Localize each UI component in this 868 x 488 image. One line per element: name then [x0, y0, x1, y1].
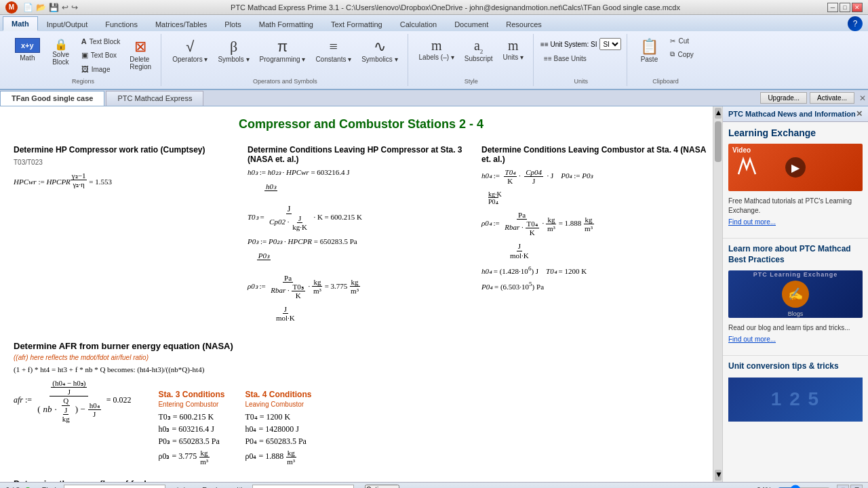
- blogs-label: Blogs: [788, 310, 804, 317]
- delete-region-button[interactable]: ⊠ DeleteRegion: [125, 35, 155, 75]
- window-title: PTC Mathcad Express Prime 3.1 - C:\Users…: [83, 3, 827, 12]
- math-button[interactable]: x+y Math: [11, 35, 44, 75]
- clipboard-group-label: Clipboard: [652, 75, 679, 85]
- sta3-rho03: ρ0₃ = 3.775 kgm³: [158, 449, 224, 466]
- tab-mathformatting[interactable]: Math Formatting: [250, 16, 322, 31]
- sta3-h03: h0₃ = 603216.4 J: [158, 424, 224, 434]
- mathcad-logo: [735, 154, 759, 178]
- afr-frac: afr := (h0₄ − h0₃)J (nb · QJkg ) − h: [14, 379, 131, 422]
- sqrt-icon: √: [186, 38, 194, 56]
- text-block-button[interactable]: AText Block: [78, 35, 124, 47]
- operators-button[interactable]: √ Operators ▾: [168, 35, 212, 66]
- doc-tab-ptc[interactable]: PTC Mathcad Express: [106, 91, 203, 106]
- window-controls[interactable]: ─ □ ✕: [827, 3, 863, 12]
- learning-exchange-link[interactable]: Find out more...: [728, 218, 863, 226]
- find-prev-button[interactable]: ◀: [171, 485, 178, 489]
- blog-icon: ✍: [782, 281, 809, 308]
- qa-open-icon[interactable]: 📂: [36, 3, 46, 12]
- subscript-label: Subscript: [465, 55, 493, 62]
- col2-eq1: h0₃ := h0₂₃ · HPCwr = 603216.4 J: [248, 168, 475, 177]
- conditions-boxes: Sta. 3 Conditions Entering Combustor T0₃…: [158, 390, 311, 468]
- tab-inputoutput[interactable]: Input/Output: [38, 16, 97, 31]
- symbolics-label: Symbolics ▾: [361, 56, 397, 63]
- sta4-h04: h0₄ = 1428000 J: [245, 424, 311, 434]
- best-practices-link[interactable]: Find out more...: [728, 336, 863, 343]
- sta4-rho04: ρ0₄ = 1.888 kgm³: [245, 449, 311, 466]
- col2-eq2: h0₃: [261, 182, 475, 199]
- qa-new-icon[interactable]: 📄: [23, 3, 33, 12]
- blog-thumbnail[interactable]: PTC Learning Exchange ✍ Blogs: [728, 270, 863, 318]
- minimize-button[interactable]: ─: [827, 3, 838, 12]
- ribbon: Math Input/Output Functions Matrices/Tab…: [0, 15, 868, 90]
- tab-math[interactable]: Math: [3, 16, 38, 31]
- small-region-buttons: AText Block ▣Text Box 🖼Image: [78, 35, 124, 75]
- find-input[interactable]: [64, 485, 165, 489]
- scrollbar[interactable]: ▲ ▼: [713, 106, 722, 482]
- tab-textformatting[interactable]: Text Formatting: [322, 16, 391, 31]
- close-button[interactable]: ✕: [852, 3, 863, 12]
- cut-button[interactable]: ✂Cut: [667, 35, 696, 47]
- maximize-button[interactable]: □: [840, 3, 850, 12]
- symbolics-button[interactable]: ∿ Symbolics ▾: [357, 35, 401, 66]
- scrollbar-down[interactable]: ▼: [715, 470, 722, 481]
- col2-title: Determine Conditions Leaving HP Compress…: [248, 145, 475, 164]
- replace-input[interactable]: [252, 485, 354, 489]
- column-2: Determine Conditions Leaving HP Compress…: [248, 145, 475, 327]
- math-label: Math: [20, 54, 35, 62]
- view-list-button[interactable]: ☰: [850, 485, 863, 489]
- sta3-t03: T0₃ = 600.215 K: [158, 412, 224, 422]
- constants-button[interactable]: ≡ Constants ▾: [311, 35, 355, 66]
- help-button[interactable]: ?: [848, 16, 863, 31]
- sidebar-close-button[interactable]: ✕: [856, 109, 863, 119]
- labels-button[interactable]: m Labels (–) ▾: [415, 35, 458, 65]
- tab-close-button[interactable]: ✕: [857, 93, 868, 104]
- style-buttons: m Labels (–) ▾ a2 Subscript m Units ▾: [415, 35, 528, 65]
- copy-button[interactable]: ⧉Copy: [667, 48, 696, 60]
- scrollbar-thumb[interactable]: [715, 121, 722, 162]
- doc-tab-tfan[interactable]: TFan Good single case: [0, 91, 104, 106]
- base-units-button[interactable]: ≡≡ Base Units: [540, 53, 621, 64]
- sta3-conditions: Sta. 3 Conditions Entering Combustor T0₃…: [158, 390, 224, 468]
- column-1: Determine HP Compressor work ratio (Cump…: [14, 145, 241, 327]
- image-button[interactable]: 🖼Image: [78, 63, 124, 75]
- programming-label: Programming ▾: [260, 56, 306, 63]
- video-thumbnail[interactable]: Video ▶: [728, 144, 863, 191]
- tab-resources[interactable]: Resources: [497, 16, 551, 31]
- page-indicator: 6 / 8: [5, 486, 20, 489]
- options-button[interactable]: Options ▼: [365, 485, 399, 488]
- paste-button[interactable]: 📋 Paste: [634, 35, 664, 66]
- tab-plots[interactable]: Plots: [216, 16, 250, 31]
- qa-undo-icon[interactable]: ↩: [62, 3, 68, 12]
- tab-functions[interactable]: Functions: [96, 16, 146, 31]
- afr-note: ((afr) here reflects the mdot/fdot air/f…: [14, 354, 709, 361]
- col3-p04: P0₄ = (6.503·105) Pa: [481, 281, 709, 291]
- qa-redo-icon[interactable]: ↪: [71, 3, 78, 12]
- programming-button[interactable]: π Programming ▾: [256, 35, 310, 66]
- tab-document[interactable]: Document: [446, 16, 497, 31]
- text-box-button[interactable]: ▣Text Box: [78, 49, 124, 62]
- tab-matrices[interactable]: Matrices/Tables: [146, 16, 216, 31]
- sta4-t04: T0₄ = 1200 K: [245, 412, 311, 422]
- find-next-button[interactable]: ▶: [184, 485, 191, 489]
- regions-buttons: x+y Math 🔒 SolveBlock AText Block ▣Text …: [11, 35, 155, 75]
- document-scroll[interactable]: Compressor and Combustor Stations 2 - 4 …: [0, 106, 722, 482]
- scrollbar-up[interactable]: ▲: [715, 108, 722, 119]
- symbolics-icon: ∿: [374, 38, 386, 56]
- upgrade-button[interactable]: Upgrade...: [760, 92, 807, 104]
- app-logo: M: [5, 1, 18, 14]
- units-icon: m: [508, 38, 519, 54]
- qa-save-icon[interactable]: 💾: [49, 3, 59, 12]
- tab-calculation[interactable]: Calculation: [391, 16, 446, 31]
- document-area: ▲ ▼ Compressor and Combustor Stations 2 …: [0, 106, 722, 482]
- unit-system-label: ≡≡ Unit System: SI: [540, 41, 597, 48]
- view-grid-button[interactable]: ⊞: [837, 485, 849, 489]
- solve-block-button[interactable]: 🔒 SolveBlock: [46, 35, 76, 75]
- symbols-button[interactable]: β Symbols ▾: [214, 35, 253, 66]
- units-button[interactable]: m Units ▾: [499, 35, 528, 65]
- subscript-button[interactable]: a2 Subscript: [460, 35, 497, 65]
- ribbon-group-regions: x+y Math 🔒 SolveBlock AText Block ▣Text …: [5, 34, 161, 86]
- video-play-button[interactable]: ▶: [785, 157, 806, 178]
- unit-system-select[interactable]: SI: [599, 38, 621, 50]
- activate-button[interactable]: Activate...: [810, 92, 854, 104]
- replace-label: Replace with:: [202, 486, 247, 489]
